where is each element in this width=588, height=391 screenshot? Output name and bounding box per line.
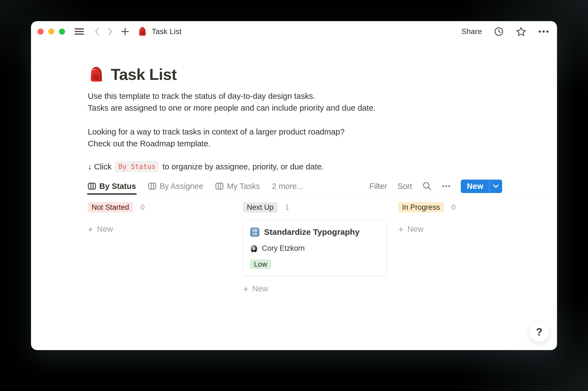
zoom-window-button[interactable] — [59, 29, 65, 35]
column-next-up: Next Up 1 — [243, 202, 388, 293]
svg-text:AB: AB — [252, 229, 257, 233]
task-card-standardize-typography[interactable]: AB CD Standardize Typography — [243, 220, 387, 276]
add-card-label: New — [97, 225, 113, 234]
board-view-icon — [88, 182, 96, 190]
column-not-started: Not Started 0 + New — [88, 202, 233, 293]
card-assignee-row: Cory Etzkorn — [250, 244, 380, 253]
titlebar: Task List Share — [31, 21, 557, 42]
assignee-name: Cory Etzkorn — [262, 244, 305, 253]
view-tabs: By Status By Assignee — [88, 178, 303, 195]
back-icon[interactable] — [94, 27, 100, 36]
tab-by-assignee[interactable]: By Assignee — [148, 178, 203, 195]
tab-label: By Assignee — [160, 182, 203, 191]
column-count: 0 — [451, 203, 456, 212]
add-card-button[interactable]: + New — [88, 225, 233, 234]
abcd-emoji: AB CD — [250, 227, 260, 237]
titlebar-doc-title: Task List — [152, 27, 182, 36]
tab-my-tasks[interactable]: My Tasks — [215, 178, 260, 195]
tab-label: By Status — [99, 182, 136, 191]
more-options-icon[interactable] — [538, 30, 549, 33]
avatar — [250, 244, 258, 253]
priority-tag: Low — [250, 259, 271, 269]
sidebar-menu-icon[interactable] — [74, 28, 84, 35]
add-card-button[interactable]: + New — [398, 225, 544, 234]
add-card-label: New — [252, 284, 268, 293]
column-header: In Progress 0 — [398, 202, 544, 213]
intro-paragraph: Use this template to track the status of… — [88, 90, 502, 114]
roadmap-line-1: Looking for a way to track tasks in cont… — [88, 126, 502, 138]
roadmap-paragraph: Looking for a way to track tasks in cont… — [88, 126, 502, 149]
traffic-lights — [38, 29, 65, 35]
close-window-button[interactable] — [38, 29, 44, 35]
help-button[interactable]: ? — [529, 322, 549, 342]
minimize-window-button[interactable] — [48, 29, 54, 35]
clock-history-icon[interactable] — [494, 27, 504, 37]
add-card-label: New — [408, 225, 423, 234]
column-header: Next Up 1 — [243, 202, 388, 213]
new-record-label[interactable]: New — [461, 180, 489, 193]
new-record-button[interactable]: New — [461, 180, 502, 193]
view-options-icon[interactable] — [442, 185, 450, 187]
card-tags-row: Low — [250, 259, 380, 269]
plus-icon: + — [398, 225, 404, 233]
titlebar-actions: Share — [461, 27, 549, 37]
chevron-down-icon[interactable] — [490, 180, 502, 193]
backpack-emoji[interactable] — [88, 65, 105, 83]
board-view-icon — [215, 182, 224, 190]
backpack-emoji — [137, 26, 147, 37]
kanban-board: Not Started 0 + New Next Up 1 — [88, 202, 557, 293]
hint-prefix: ↓ Click — [88, 162, 112, 171]
filter-button[interactable]: Filter — [369, 182, 387, 191]
view-toolbar: Filter Sort — [369, 180, 502, 193]
favorite-star-icon[interactable] — [516, 27, 526, 37]
app-window: Task List Share — [31, 21, 557, 350]
hint-line: ↓ Click By Status to organize by assigne… — [88, 161, 502, 172]
column-count: 1 — [285, 203, 289, 212]
intro-line-2: Tasks are assigned to one or more people… — [88, 102, 502, 114]
share-button[interactable]: Share — [461, 27, 482, 36]
status-badge[interactable]: Not Started — [88, 202, 133, 213]
card-title: Standardize Typography — [264, 227, 360, 237]
board-view-icon — [148, 182, 156, 190]
desktop-background: Task List Share — [0, 0, 588, 391]
hint-suffix: to organize by assignee, priority, or du… — [162, 162, 324, 171]
page-title-row: Task List — [88, 65, 502, 83]
page-content: Task List Use this template to track the… — [88, 42, 502, 293]
column-in-progress: In Progress 0 + New — [398, 202, 544, 293]
search-icon[interactable] — [422, 181, 432, 191]
column-header: Not Started 0 — [88, 202, 233, 213]
add-card-button[interactable]: + New — [243, 284, 388, 293]
forward-icon[interactable] — [107, 27, 113, 36]
page-title: Task List — [111, 65, 177, 83]
column-count: 0 — [141, 203, 145, 212]
tab-by-status[interactable]: By Status — [88, 178, 136, 195]
status-badge[interactable]: Next Up — [243, 202, 278, 213]
plus-icon: + — [88, 225, 93, 233]
tab-label: My Tasks — [227, 182, 260, 191]
new-page-plus-icon[interactable] — [121, 27, 129, 36]
status-badge[interactable]: In Progress — [398, 202, 444, 213]
roadmap-line-2: Check out the Roadmap template. — [88, 138, 502, 149]
intro-line-1: Use this template to track the status of… — [88, 90, 502, 102]
plus-icon: + — [243, 285, 248, 293]
hint-code-by-status: By Status — [115, 161, 159, 172]
more-views-button[interactable]: 2 more... — [272, 182, 303, 191]
card-title-row: AB CD Standardize Typography — [250, 227, 380, 237]
sort-button[interactable]: Sort — [397, 182, 412, 191]
svg-text:CD: CD — [252, 232, 257, 236]
view-tabbar: By Status By Assignee — [88, 178, 502, 195]
